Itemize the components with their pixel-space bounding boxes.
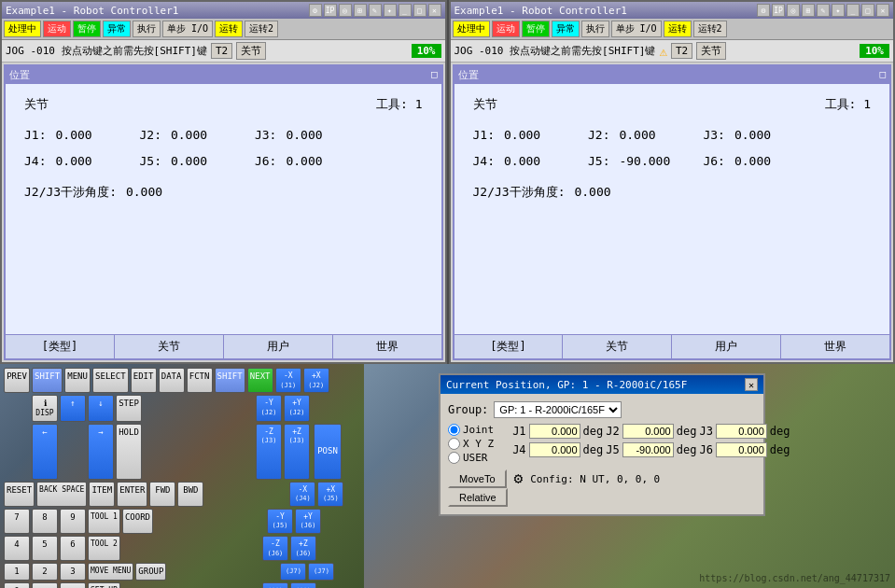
setup-btn[interactable]: SET UP [88, 582, 120, 588]
toolbar-icon-r3[interactable]: ⊞ [802, 4, 815, 17]
dlg-j5-input[interactable] [622, 442, 674, 457]
jog-j6n[interactable]: -Z(J6) [262, 536, 288, 561]
edit-btn[interactable]: EDIT [131, 368, 157, 393]
jog-yn[interactable]: -Y(J2) [256, 395, 282, 421]
toolbar-icon-r2[interactable]: ◎ [787, 4, 800, 17]
btn-processing-r[interactable]: 处理中 [453, 21, 490, 37]
dlg-j2-input[interactable] [622, 424, 674, 439]
footer-type-right[interactable]: [类型] [454, 335, 564, 358]
dlg-j3-input[interactable] [716, 424, 767, 439]
dialog-close-btn[interactable]: ✕ [745, 378, 758, 391]
btn-motion[interactable]: 运动 [43, 21, 71, 37]
jog-zp[interactable]: +Z(J3) [284, 424, 310, 480]
group-select[interactable]: GP: 1 - R-2000iC/165F [494, 401, 622, 418]
footer-user-left[interactable]: 用户 [224, 335, 333, 358]
minimize-btn-right[interactable]: _ [846, 4, 860, 17]
jog-xn[interactable]: -X(J1) [275, 368, 301, 393]
toolbar-icon-1[interactable]: ⚙ [309, 4, 322, 17]
btn-run2[interactable]: 运转2 [245, 21, 278, 37]
jog-j7p[interactable]: (J7) [308, 563, 334, 581]
num8[interactable]: 8 [32, 509, 58, 534]
dlg-j6-input[interactable] [716, 442, 767, 457]
btn-exec[interactable]: 执行 [133, 21, 161, 37]
jog-j8n[interactable]: (J8) [262, 582, 288, 588]
btn-run2-r[interactable]: 运转2 [693, 21, 727, 37]
arrow-dn[interactable]: ↓ [88, 395, 114, 421]
num9[interactable]: 9 [60, 509, 86, 534]
menu-btn[interactable]: MENU [64, 368, 91, 393]
num3[interactable]: 3 [60, 563, 86, 581]
btn-error-r[interactable]: 异常 [552, 21, 580, 37]
dlg-j4-input[interactable] [529, 442, 580, 457]
jog-yp[interactable]: +Y(J2) [284, 395, 310, 421]
btn-error[interactable]: 异常 [103, 21, 131, 37]
num5[interactable]: 5 [32, 536, 58, 561]
fwd-btn[interactable]: FWD [149, 482, 175, 507]
btn-io-r[interactable]: 单步 I/O [611, 21, 662, 37]
close-btn-right[interactable]: ✕ [876, 4, 889, 17]
jog-j7n[interactable]: (J7) [280, 563, 306, 581]
hold-btn[interactable]: HOLD [116, 424, 142, 480]
step-btn[interactable]: STEP [116, 395, 142, 421]
relative-btn[interactable]: Relative [448, 488, 508, 507]
arrow-right[interactable]: → [88, 424, 114, 480]
jog-j5p[interactable]: +Y(J6) [295, 509, 321, 534]
maximize-btn-left[interactable]: □ [413, 4, 427, 17]
num6[interactable]: 6 [60, 536, 86, 561]
toolbar-icon-3[interactable]: ⊞ [354, 4, 367, 17]
xyz-radio[interactable]: X Y Z [448, 438, 494, 450]
jog-j5n[interactable]: -Y(J5) [267, 509, 293, 534]
reset-btn[interactable]: RESET [4, 482, 35, 507]
jog-xp[interactable]: +X(J2) [303, 368, 329, 393]
group-btn[interactable]: GROUP [135, 563, 166, 581]
bwd-btn[interactable]: BWD [177, 482, 203, 507]
t2-btn-right[interactable]: T2 [671, 43, 692, 59]
footer-world-right[interactable]: 世界 [781, 335, 889, 358]
jog-zn[interactable]: -Z(J3) [256, 424, 282, 480]
toolbar-icon-2[interactable]: ◎ [339, 4, 352, 17]
toolbar-icon-r5[interactable]: ✦ [832, 4, 845, 17]
minimize-btn-left[interactable]: _ [399, 4, 412, 17]
close-jog-right[interactable]: 关节 [696, 42, 726, 60]
footer-type-left[interactable]: [类型] [6, 335, 115, 358]
btn-motion-r[interactable]: 运动 [492, 21, 520, 37]
disp-btn[interactable]: ℹDISP [32, 395, 58, 421]
btn-pause-r[interactable]: 暂停 [522, 21, 550, 37]
dlg-j1-input[interactable] [529, 424, 580, 439]
toolbar-icon-r4[interactable]: ✎ [817, 4, 830, 17]
toolbar-icon-rip[interactable]: IP [772, 4, 785, 17]
minus-btn[interactable]: - [60, 582, 86, 588]
shift-btn-1[interactable]: SHIFT [32, 368, 63, 393]
btn-io[interactable]: 单步 I/O [162, 21, 213, 37]
backspace-btn[interactable]: BACK SPACE [36, 482, 87, 507]
btn-processing[interactable]: 处理中 [4, 21, 41, 37]
toolbar-icon-4[interactable]: ✎ [369, 4, 382, 17]
coord-btn[interactable]: COORD [122, 509, 153, 534]
prev-btn[interactable]: PREV [4, 368, 30, 393]
num4[interactable]: 4 [4, 536, 30, 561]
footer-world-left[interactable]: 世界 [333, 335, 441, 358]
arrow-left[interactable]: ← [32, 424, 58, 480]
toolbar-icon-ip[interactable]: IP [324, 4, 337, 17]
jog-j8p[interactable]: (J8) [290, 582, 316, 588]
user-radio-input[interactable] [448, 452, 460, 464]
footer-joint-right[interactable]: 关节 [563, 335, 672, 358]
btn-run[interactable]: 运转 [215, 21, 243, 37]
maximize-btn-right[interactable]: □ [861, 4, 874, 17]
tool2-btn[interactable]: TOOL 2 [88, 536, 120, 561]
shift-btn-2[interactable]: SHIFT [215, 368, 245, 393]
enter-btn[interactable]: ENTER [117, 482, 147, 507]
item-btn[interactable]: ITEM [89, 482, 115, 507]
btn-exec-r[interactable]: 执行 [581, 21, 609, 37]
tool1-btn[interactable]: TOOL 1 [88, 509, 120, 534]
dot-btn[interactable]: . [32, 582, 58, 588]
posn-side-btn[interactable]: POSN [314, 424, 342, 480]
close-btn-left[interactable]: ✕ [428, 4, 441, 17]
next-btn[interactable]: NEXT [247, 368, 273, 393]
num2[interactable]: 2 [32, 563, 58, 581]
jog-j4n[interactable]: -X(J4) [289, 482, 315, 507]
move-menu-btn[interactable]: MOVE MENU [88, 563, 133, 581]
footer-joint-left[interactable]: 关节 [115, 335, 224, 358]
t2-btn-left[interactable]: T2 [211, 43, 232, 59]
footer-user-right[interactable]: 用户 [672, 335, 781, 358]
